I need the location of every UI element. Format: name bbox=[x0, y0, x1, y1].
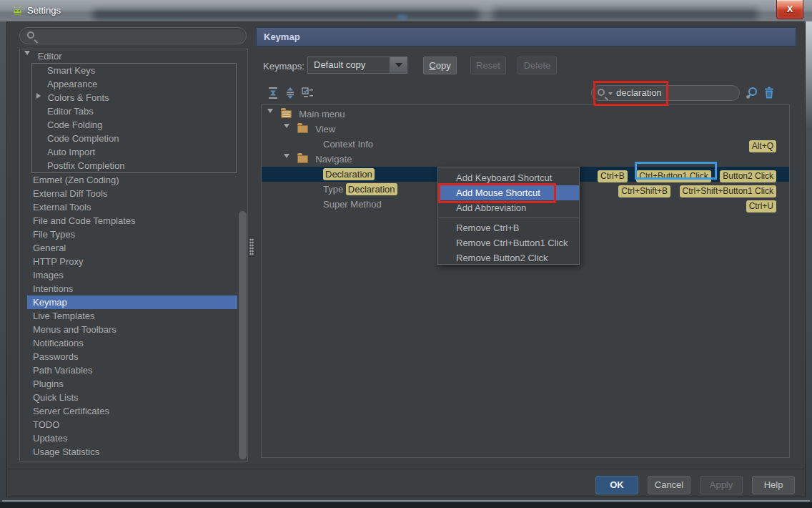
sidebar-item-http-proxy[interactable]: HTTP Proxy bbox=[20, 255, 247, 268]
sidebar-item-plugins[interactable]: Plugins bbox=[20, 377, 247, 391]
shortcut-badge: Ctrl+U bbox=[746, 200, 776, 213]
shortcut-badge: Ctrl+B bbox=[598, 170, 628, 182]
sidebar-item-general[interactable]: General bbox=[20, 241, 247, 255]
blurred-background bbox=[397, 15, 407, 19]
group-actions-icon[interactable] bbox=[301, 87, 314, 99]
chevron-down-icon[interactable] bbox=[284, 124, 289, 128]
window-frame bbox=[2, 500, 810, 502]
sidebar-item-label: Editor bbox=[38, 51, 62, 62]
menu-item-remove-ctrl-button1[interactable]: Remove Ctrl+Button1 Click bbox=[438, 235, 579, 250]
settings-category-list: Editor Smart Keys Appearance Colors & Fo… bbox=[19, 49, 248, 461]
keymap-select-value: Default copy bbox=[314, 57, 365, 73]
search-options-caret-icon[interactable] bbox=[608, 92, 613, 95]
search-icon bbox=[27, 31, 34, 39]
copy-button[interactable]: Copy bbox=[423, 57, 457, 74]
tree-node-view[interactable]: View bbox=[262, 122, 789, 137]
sidebar-group-editor[interactable]: Editor bbox=[20, 49, 247, 63]
sidebar-item-external-tools[interactable]: External Tools bbox=[20, 200, 247, 214]
sidebar-item-todo[interactable]: TODO bbox=[20, 418, 247, 431]
blurred-background bbox=[493, 9, 758, 20]
sidebar-item-postfix-completion[interactable]: Postfix Completion bbox=[32, 159, 236, 172]
sidebar-scrollbar[interactable] bbox=[239, 211, 247, 459]
shortcut-badge: Ctrl+Button1 Click bbox=[636, 170, 710, 182]
close-icon: X bbox=[787, 4, 793, 14]
keymaps-label: Keymaps: bbox=[263, 61, 304, 72]
ok-button[interactable]: OK bbox=[595, 476, 638, 494]
page-title: Keymap bbox=[256, 27, 796, 47]
menu-item-add-abbreviation[interactable]: Add Abbreviation bbox=[438, 200, 579, 215]
sidebar-item-external-diff-tools[interactable]: External Diff Tools bbox=[20, 187, 247, 200]
menu-item-remove-button2[interactable]: Remove Button2 Click bbox=[438, 250, 579, 265]
close-button[interactable]: X bbox=[776, 0, 803, 19]
folder-icon bbox=[297, 155, 308, 163]
clear-filter-trash-icon[interactable] bbox=[762, 86, 776, 100]
delete-button[interactable]: Delete bbox=[518, 57, 557, 74]
window-frame bbox=[0, 502, 812, 508]
apply-button[interactable]: Apply bbox=[700, 476, 743, 494]
sidebar-item-colors-fonts[interactable]: Colors & Fonts bbox=[32, 91, 236, 104]
keymap-action-tree: Main menu View Context Info Alt+Q Naviga… bbox=[261, 104, 790, 458]
sidebar-item-appearance[interactable]: Appearance bbox=[32, 77, 236, 91]
tree-node-main-menu[interactable]: Main menu bbox=[262, 107, 789, 122]
sidebar-item-editor-tabs[interactable]: Editor Tabs bbox=[32, 104, 236, 118]
sidebar-item-images[interactable]: Images bbox=[20, 268, 247, 282]
keymap-select[interactable]: Default copy bbox=[307, 57, 407, 74]
sidebar-item-code-completion[interactable]: Code Completion bbox=[32, 132, 236, 145]
sidebar-item-auto-import[interactable]: Auto Import bbox=[32, 145, 236, 159]
find-by-shortcut-icon[interactable] bbox=[745, 86, 759, 100]
folder-icon bbox=[297, 125, 308, 133]
android-app-icon bbox=[11, 5, 24, 17]
shortcut-badge: Ctrl+Shift+B bbox=[618, 185, 670, 197]
chevron-down-icon[interactable] bbox=[284, 154, 289, 158]
sidebar-item-file-types[interactable]: File Types bbox=[20, 228, 247, 241]
chevron-down-icon bbox=[24, 51, 30, 55]
titlebar[interactable]: Settings X bbox=[0, 0, 812, 21]
help-button[interactable]: Help bbox=[752, 476, 795, 494]
shortcut-badge: Alt+Q bbox=[749, 140, 776, 152]
panel-splitter-handle[interactable] bbox=[249, 238, 254, 255]
sidebar-item-code-folding[interactable]: Code Folding bbox=[32, 118, 236, 132]
sidebar-item-file-code-templates[interactable]: File and Code Templates bbox=[20, 214, 247, 228]
filter-value: declaration bbox=[616, 86, 662, 100]
cancel-button[interactable]: Cancel bbox=[648, 476, 690, 494]
menu-item-add-keyboard-shortcut[interactable]: Add Keyboard Shortcut bbox=[438, 170, 579, 185]
shortcut-badge: Button2 Click bbox=[720, 170, 776, 182]
sidebar-item-passwords[interactable]: Passwords bbox=[20, 350, 247, 363]
chevron-down-icon[interactable] bbox=[267, 109, 273, 113]
chevron-right-icon bbox=[36, 93, 41, 99]
sidebar-item-path-variables[interactable]: Path Variables bbox=[20, 363, 247, 377]
sidebar-item-updates[interactable]: Updates bbox=[20, 431, 247, 445]
settings-search-input[interactable] bbox=[19, 27, 247, 44]
tree-node-context-info[interactable]: Context Info Alt+Q bbox=[262, 137, 789, 152]
sidebar-item-intentions[interactable]: Intentions bbox=[20, 282, 247, 295]
footer-separator bbox=[7, 469, 805, 469]
settings-window: Settings X Editor Smart Keys Appearance … bbox=[0, 0, 812, 508]
context-menu: Add Keyboard Shortcut Add Mouse Shortcut… bbox=[437, 167, 580, 265]
sidebar-item-emmet[interactable]: Emmet (Zen Coding) bbox=[20, 173, 247, 187]
sidebar-item-menus-toolbars[interactable]: Menus and Toolbars bbox=[20, 323, 247, 336]
search-icon bbox=[598, 89, 605, 96]
sidebar-item-smart-keys[interactable]: Smart Keys bbox=[32, 64, 236, 77]
sidebar-item-server-certificates[interactable]: Server Certificates bbox=[20, 404, 247, 418]
shortcut-filter-input[interactable]: declaration bbox=[591, 85, 740, 101]
collapse-all-icon[interactable] bbox=[284, 87, 297, 99]
search-match-highlight: Declaration bbox=[323, 168, 375, 180]
sidebar-item-notifications[interactable]: Notifications bbox=[20, 336, 247, 350]
menu-item-remove-ctrl-b[interactable]: Remove Ctrl+B bbox=[438, 220, 579, 235]
search-match-highlight: Declaration bbox=[346, 183, 397, 195]
window-frame bbox=[806, 21, 812, 129]
dropdown-arrow-icon[interactable] bbox=[390, 57, 407, 73]
menu-separator bbox=[439, 218, 578, 218]
sidebar-item-usage-statistics[interactable]: Usage Statistics bbox=[20, 445, 247, 459]
sidebar-item-live-templates[interactable]: Live Templates bbox=[20, 309, 247, 323]
reset-button[interactable]: Reset bbox=[470, 57, 506, 74]
shortcut-badge: Ctrl+Shift+Button1 Click bbox=[680, 185, 776, 197]
menu-item-add-mouse-shortcut[interactable]: Add Mouse Shortcut bbox=[438, 185, 579, 200]
sidebar-item-keymap[interactable]: Keymap bbox=[27, 295, 237, 309]
sidebar-item-quick-lists[interactable]: Quick Lists bbox=[20, 391, 247, 404]
editor-subgroup-box: Smart Keys Appearance Colors & Fonts Edi… bbox=[31, 63, 237, 173]
tree-node-navigate[interactable]: Navigate bbox=[262, 152, 789, 167]
blurred-background bbox=[93, 10, 479, 19]
window-title: Settings bbox=[27, 5, 61, 16]
expand-all-icon[interactable] bbox=[267, 87, 279, 99]
